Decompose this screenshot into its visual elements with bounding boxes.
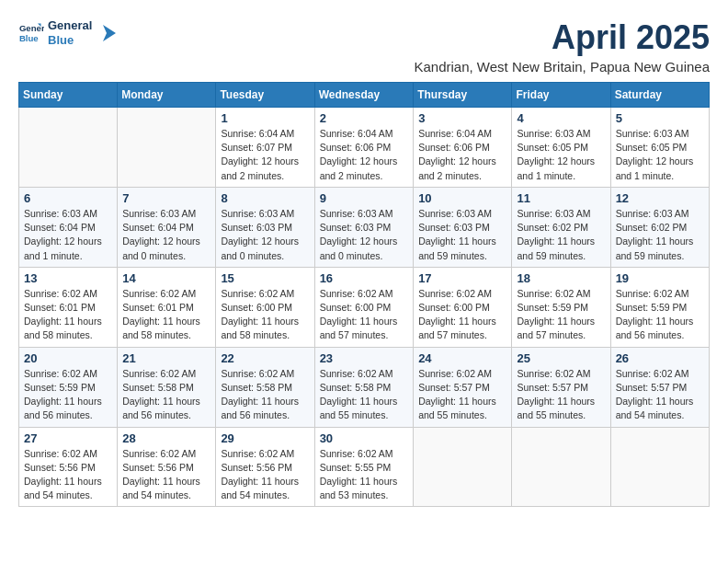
calendar-cell [19,108,118,188]
calendar-cell: 17Sunrise: 6:02 AM Sunset: 6:00 PM Dayli… [414,267,512,347]
day-number: 21 [122,351,210,365]
day-detail: Sunrise: 6:03 AM Sunset: 6:05 PM Dayligh… [616,127,704,183]
day-detail: Sunrise: 6:04 AM Sunset: 6:06 PM Dayligh… [320,127,409,183]
calendar-cell: 25Sunrise: 6:02 AM Sunset: 5:57 PM Dayli… [512,347,610,427]
day-detail: Sunrise: 6:03 AM Sunset: 6:03 PM Dayligh… [418,207,506,263]
month-title: April 2025 [414,18,710,57]
calendar-cell: 29Sunrise: 6:02 AM Sunset: 5:56 PM Dayli… [216,427,314,507]
day-number: 2 [320,111,409,125]
calendar-cell: 20Sunrise: 6:02 AM Sunset: 5:59 PM Dayli… [19,347,118,427]
day-number: 28 [122,431,210,445]
calendar-cell: 7Sunrise: 6:03 AM Sunset: 6:04 PM Daylig… [118,187,216,267]
calendar-cell: 26Sunrise: 6:02 AM Sunset: 5:57 PM Dayli… [610,347,709,427]
calendar-cell: 21Sunrise: 6:02 AM Sunset: 5:58 PM Dayli… [118,347,216,427]
day-number: 4 [517,111,605,125]
day-number: 30 [320,431,409,445]
day-detail: Sunrise: 6:02 AM Sunset: 5:57 PM Dayligh… [616,367,704,423]
calendar-cell: 11Sunrise: 6:03 AM Sunset: 6:02 PM Dayli… [512,187,610,267]
title-section: April 2025 Kandrian, West New Britain, P… [414,18,710,75]
day-detail: Sunrise: 6:02 AM Sunset: 5:56 PM Dayligh… [24,447,112,503]
day-number: 8 [221,191,309,205]
calendar-week-row: 13Sunrise: 6:02 AM Sunset: 6:01 PM Dayli… [19,267,710,347]
calendar-week-row: 27Sunrise: 6:02 AM Sunset: 5:56 PM Dayli… [19,427,710,507]
calendar-cell [610,427,709,507]
weekday-header-saturday: Saturday [610,83,709,108]
header: General Blue General Blue April 2025 Kan… [18,18,710,75]
day-detail: Sunrise: 6:02 AM Sunset: 5:56 PM Dayligh… [122,447,210,503]
calendar-cell: 15Sunrise: 6:02 AM Sunset: 6:00 PM Dayli… [216,267,314,347]
day-number: 9 [320,191,409,205]
svg-marker-4 [103,25,116,41]
day-number: 29 [221,431,309,445]
calendar-cell: 9Sunrise: 6:03 AM Sunset: 6:03 PM Daylig… [314,187,414,267]
day-detail: Sunrise: 6:02 AM Sunset: 6:01 PM Dayligh… [122,287,210,343]
calendar-cell: 14Sunrise: 6:02 AM Sunset: 6:01 PM Dayli… [118,267,216,347]
day-detail: Sunrise: 6:02 AM Sunset: 5:56 PM Dayligh… [221,447,309,503]
day-detail: Sunrise: 6:02 AM Sunset: 5:59 PM Dayligh… [616,287,704,343]
logo-arrow-icon [96,23,116,43]
day-number: 24 [418,351,506,365]
svg-text:Blue: Blue [19,32,39,42]
calendar-cell: 22Sunrise: 6:02 AM Sunset: 5:58 PM Dayli… [216,347,314,427]
calendar-cell: 3Sunrise: 6:04 AM Sunset: 6:06 PM Daylig… [414,108,512,188]
calendar-cell [512,427,610,507]
calendar-cell: 18Sunrise: 6:02 AM Sunset: 5:59 PM Dayli… [512,267,610,347]
day-number: 23 [320,351,409,365]
calendar-cell: 10Sunrise: 6:03 AM Sunset: 6:03 PM Dayli… [414,187,512,267]
day-detail: Sunrise: 6:03 AM Sunset: 6:02 PM Dayligh… [616,207,704,263]
day-number: 20 [24,351,112,365]
day-number: 7 [122,191,210,205]
day-number: 19 [616,271,704,285]
calendar-cell: 30Sunrise: 6:02 AM Sunset: 5:55 PM Dayli… [314,427,414,507]
weekday-header-thursday: Thursday [414,83,512,108]
day-detail: Sunrise: 6:02 AM Sunset: 5:55 PM Dayligh… [320,447,409,503]
day-number: 10 [418,191,506,205]
day-detail: Sunrise: 6:02 AM Sunset: 6:01 PM Dayligh… [24,287,112,343]
calendar-week-row: 6Sunrise: 6:03 AM Sunset: 6:04 PM Daylig… [19,187,710,267]
day-detail: Sunrise: 6:02 AM Sunset: 6:00 PM Dayligh… [221,287,309,343]
logo-icon: General Blue [18,20,44,46]
day-detail: Sunrise: 6:02 AM Sunset: 5:58 PM Dayligh… [122,367,210,423]
logo-text-general: General [48,18,92,33]
day-number: 16 [320,271,409,285]
day-number: 25 [517,351,605,365]
day-number: 27 [24,431,112,445]
day-number: 12 [616,191,704,205]
calendar-cell: 5Sunrise: 6:03 AM Sunset: 6:05 PM Daylig… [610,108,709,188]
calendar-week-row: 1Sunrise: 6:04 AM Sunset: 6:07 PM Daylig… [19,108,710,188]
weekday-header-monday: Monday [118,83,216,108]
day-detail: Sunrise: 6:03 AM Sunset: 6:03 PM Dayligh… [320,207,409,263]
day-number: 5 [616,111,704,125]
day-number: 14 [122,271,210,285]
calendar-cell: 1Sunrise: 6:04 AM Sunset: 6:07 PM Daylig… [216,108,314,188]
calendar-cell: 6Sunrise: 6:03 AM Sunset: 6:04 PM Daylig… [19,187,118,267]
day-number: 15 [221,271,309,285]
calendar-table: SundayMondayTuesdayWednesdayThursdayFrid… [18,82,710,507]
day-detail: Sunrise: 6:02 AM Sunset: 6:00 PM Dayligh… [320,287,409,343]
calendar-cell: 19Sunrise: 6:02 AM Sunset: 5:59 PM Dayli… [610,267,709,347]
day-detail: Sunrise: 6:03 AM Sunset: 6:05 PM Dayligh… [517,127,605,183]
day-number: 18 [517,271,605,285]
day-detail: Sunrise: 6:02 AM Sunset: 5:58 PM Dayligh… [221,367,309,423]
weekday-header-sunday: Sunday [19,83,118,108]
logo: General Blue General Blue [18,18,116,47]
logo-text-blue: Blue [48,33,92,48]
calendar-cell: 28Sunrise: 6:02 AM Sunset: 5:56 PM Dayli… [118,427,216,507]
calendar-cell [414,427,512,507]
weekday-header-row: SundayMondayTuesdayWednesdayThursdayFrid… [19,83,710,108]
calendar-week-row: 20Sunrise: 6:02 AM Sunset: 5:59 PM Dayli… [19,347,710,427]
day-detail: Sunrise: 6:03 AM Sunset: 6:04 PM Dayligh… [122,207,210,263]
day-number: 3 [418,111,506,125]
weekday-header-wednesday: Wednesday [314,83,414,108]
day-detail: Sunrise: 6:03 AM Sunset: 6:03 PM Dayligh… [221,207,309,263]
calendar-cell: 13Sunrise: 6:02 AM Sunset: 6:01 PM Dayli… [19,267,118,347]
day-number: 6 [24,191,112,205]
calendar-cell: 12Sunrise: 6:03 AM Sunset: 6:02 PM Dayli… [610,187,709,267]
day-detail: Sunrise: 6:02 AM Sunset: 5:59 PM Dayligh… [517,287,605,343]
day-detail: Sunrise: 6:03 AM Sunset: 6:02 PM Dayligh… [517,207,605,263]
day-detail: Sunrise: 6:02 AM Sunset: 6:00 PM Dayligh… [418,287,506,343]
day-number: 13 [24,271,112,285]
day-detail: Sunrise: 6:02 AM Sunset: 5:57 PM Dayligh… [517,367,605,423]
calendar-cell: 27Sunrise: 6:02 AM Sunset: 5:56 PM Dayli… [19,427,118,507]
day-number: 1 [221,111,309,125]
